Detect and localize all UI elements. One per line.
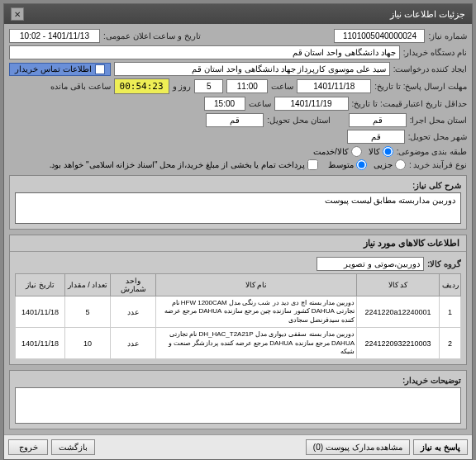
close-icon[interactable]: ✕ (11, 7, 24, 21)
desc-section: شرح کلی نیاز: دوربین مداربسته مطابق لیست… (9, 175, 467, 230)
buyer-org-field: جهاد دانشگاهی واحد استان قم (9, 45, 400, 59)
checkbox-payment-input[interactable] (307, 159, 318, 170)
buyer-notes-header: توضیحات خریدار: (15, 376, 461, 385)
radio-service[interactable]: کالا/خدمت (313, 146, 362, 157)
time-label-2: ساعت (249, 99, 271, 108)
days-field: 5 (194, 79, 223, 93)
deliver-province: قم (206, 113, 264, 127)
title-bar: جزئیات اطلاعات نیاز ✕ (4, 4, 472, 24)
items-header: اطلاعات کالاهای مورد نیاز (10, 235, 466, 252)
subject-group-label: طبقه بندی موضوعی: (397, 147, 467, 156)
requester-label: ایجاد کننده درخواست: (393, 64, 467, 74)
checkbox-payment[interactable]: پرداخت تمام یا بخشی از مبلغ خرید،از محل … (50, 159, 318, 170)
announce-label: تاریخ و ساعت اعلان عمومی: (103, 31, 201, 40)
respond-button[interactable]: پاسخ به نیاز (413, 439, 468, 455)
dialog-window: جزئیات اطلاعات نیاز ✕ شماره نیاز: 110100… (3, 3, 473, 460)
days-label: روز و (173, 82, 192, 91)
radio-goods-input[interactable] (383, 146, 393, 157)
validity-time: 15:00 (204, 97, 245, 111)
buyer-notes-textarea[interactable] (15, 387, 461, 424)
col-qty: تعداد / مقدار (65, 274, 111, 296)
time-label-1: ساعت (271, 82, 293, 91)
validity-label: حداقل تاریخ اعتبار قیمت: تا تاریخ: (352, 99, 467, 108)
purchase-type-label: نوع فرآیند خرید : (409, 160, 467, 169)
countdown-timer: 00:54:23 (114, 78, 169, 94)
exit-button[interactable]: خروج (8, 439, 48, 455)
deadline-time: 11:00 (226, 79, 268, 93)
desc-textarea[interactable]: دوربین مداربسته مطابق لیست پیوست (15, 192, 461, 224)
exec-province-label: استان محل اجرا: (410, 116, 467, 125)
goods-group-field: دوربین،صوتی و تصویر (317, 257, 424, 271)
contact-info-button[interactable]: اطلاعات تماس خریدار (9, 63, 111, 76)
deliver-city: قم (347, 130, 405, 144)
col-row: ردیف (440, 274, 461, 296)
need-no-field: 1101005040000024 (334, 29, 425, 43)
table-row[interactable]: 1 2241220a12240001 دوربین مدار بسته اچ د… (16, 296, 461, 328)
form-body: شماره نیاز: 1101005040000024 تاریخ و ساع… (4, 24, 472, 434)
info-icon (95, 64, 105, 74)
buyer-org-label: نام دستگاه خریدار: (403, 48, 467, 57)
remain-label: ساعت باقی مانده (50, 82, 111, 91)
exec-province: قم (349, 113, 407, 127)
announce-field: 1401/11/13 - 10:02 (9, 29, 100, 43)
validity-date: 1401/11/19 (274, 97, 349, 111)
view-docs-button[interactable]: مشاهده مدارک پیوست (0) (306, 439, 411, 455)
deliver-province-label: استان محل تحویل: (267, 116, 330, 125)
items-table: ردیف کد کالا نام کالا واحد شمارش تعداد /… (15, 273, 461, 359)
radio-minor-input[interactable] (395, 159, 406, 170)
radio-mid-input[interactable] (356, 159, 367, 170)
contact-note-text: اطلاعات تماس خریدار (15, 64, 92, 74)
col-name: نام کالا (156, 274, 357, 296)
deadline-label: مهلت ارسال پاسخ: تا تاریخ: (374, 82, 467, 91)
col-date: تاریخ نیاز (16, 274, 65, 296)
items-section: اطلاعات کالاهای مورد نیاز گروه کالا: دور… (9, 235, 467, 365)
goods-group-label: گروه کالا: (427, 259, 461, 268)
need-no-label: شماره نیاز: (428, 31, 467, 40)
payment-note: پرداخت تمام یا بخشی از مبلغ خرید،از محل … (50, 160, 305, 169)
table-row[interactable]: 2 2241220932210003 دوربین مدار بسته سقفی… (16, 328, 461, 359)
deadline-date: 1401/11/18 (297, 79, 371, 93)
radio-service-input[interactable] (351, 146, 362, 157)
col-code: کد کالا (357, 274, 440, 296)
radio-goods[interactable]: کالا (369, 146, 393, 157)
radio-mid[interactable]: متوسط (328, 159, 367, 170)
radio-minor[interactable]: جزیی (374, 159, 406, 170)
buyer-notes-section: توضیحات خریدار: (9, 370, 467, 429)
footer-bar: پاسخ به نیاز مشاهده مدارک پیوست (0) بازگ… (4, 434, 472, 459)
back-button[interactable]: بازگشت (51, 439, 95, 455)
window-title: جزئیات اطلاعات نیاز (390, 9, 465, 20)
deliver-city-label: شهر محل تحویل: (408, 132, 467, 141)
requester-field: سید علی موسوی کارپرداز جهاد دانشگاهی واح… (114, 62, 390, 76)
col-unit: واحد شمارش (111, 274, 156, 296)
desc-header: شرح کلی نیاز: (15, 181, 461, 190)
